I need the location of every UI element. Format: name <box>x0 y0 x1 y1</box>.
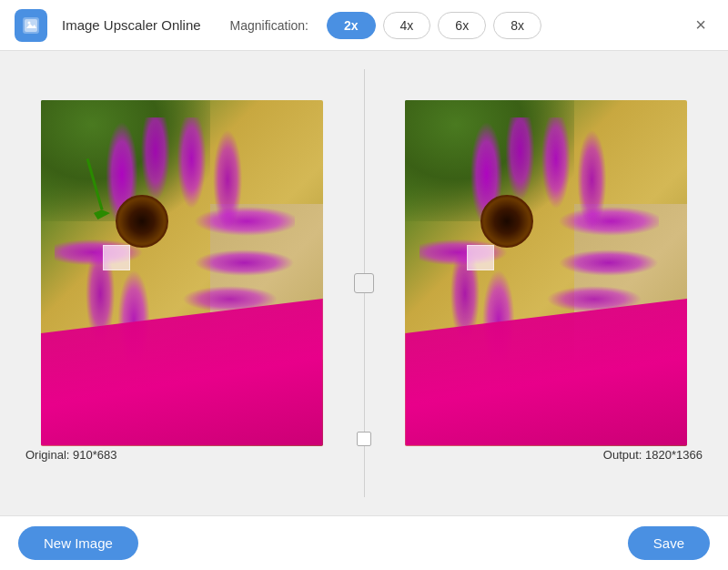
header: Image Upscaler Online Magnification: 2x … <box>0 0 728 51</box>
output-flower-image <box>405 100 687 446</box>
original-panel: Original: 910*683 <box>0 51 364 515</box>
main-content: Original: 910*683 Output: 1820*1366 <box>0 51 728 515</box>
app-icon <box>15 9 47 42</box>
svg-point-2 <box>28 21 31 24</box>
original-label: Original: 910*683 <box>11 448 116 462</box>
output-image <box>405 100 687 446</box>
app-title: Image Upscaler Online <box>62 17 201 33</box>
mag-4x-button[interactable]: 4x <box>383 12 431 39</box>
original-image <box>41 100 323 446</box>
magnification-label: Magnification: <box>230 18 308 33</box>
output-panel: Output: 1820*1366 <box>365 51 729 515</box>
compare-checkbox[interactable] <box>357 432 371 446</box>
output-label: Output: 1820*1366 <box>603 448 717 462</box>
mag-2x-button[interactable]: 2x <box>327 12 376 39</box>
close-button[interactable]: × <box>688 13 713 38</box>
original-flower-image <box>41 100 323 446</box>
save-button[interactable]: Save <box>628 526 710 560</box>
bottom-bar: New Image Save <box>0 515 728 570</box>
mag-8x-button[interactable]: 8x <box>493 12 541 39</box>
mag-6x-button[interactable]: 6x <box>438 12 486 39</box>
magnification-buttons: 2x 4x 6x 8x <box>327 12 541 39</box>
new-image-button[interactable]: New Image <box>18 526 138 560</box>
